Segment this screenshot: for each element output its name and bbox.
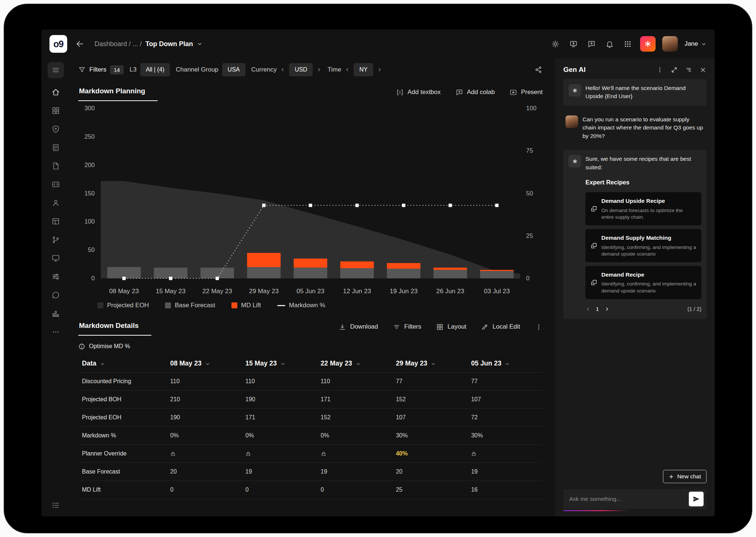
- user-menu[interactable]: Jane: [684, 40, 707, 48]
- cell-value[interactable]: [317, 445, 392, 463]
- genai-app-icon[interactable]: [640, 36, 656, 52]
- column-header[interactable]: 22 May 23: [317, 355, 392, 373]
- cell-value[interactable]: 30%: [467, 427, 543, 445]
- o9-logo[interactable]: o9: [49, 35, 67, 53]
- cell-value[interactable]: 20: [392, 463, 467, 481]
- document-icon[interactable]: [51, 143, 60, 152]
- column-header[interactable]: 15 May 23: [242, 355, 317, 373]
- cell-value[interactable]: 110: [317, 373, 392, 391]
- legend-item[interactable]: Projected EOH: [97, 302, 149, 309]
- add-colab-button[interactable]: Add colab: [456, 89, 495, 96]
- page-next-button[interactable]: [604, 306, 609, 312]
- user-avatar[interactable]: [662, 36, 678, 52]
- monitor-icon[interactable]: [51, 254, 60, 263]
- channel-group-value-button[interactable]: USA: [222, 63, 245, 76]
- column-header[interactable]: 05 Jun 23: [467, 355, 543, 373]
- cell-value[interactable]: 19: [467, 463, 543, 481]
- cell-value[interactable]: 0%: [166, 427, 242, 445]
- code-card-icon[interactable]: [51, 180, 60, 189]
- notifications-button[interactable]: [604, 38, 615, 50]
- present-button[interactable]: Present: [509, 89, 543, 96]
- column-header[interactable]: 08 May 23: [166, 355, 242, 373]
- sliders-icon[interactable]: [51, 272, 60, 281]
- back-button[interactable]: [74, 38, 86, 50]
- legend-item[interactable]: Markdown %: [277, 302, 325, 309]
- column-header[interactable]: Data: [78, 355, 166, 373]
- cell-value[interactable]: 19: [242, 463, 317, 481]
- cell-value[interactable]: 0: [317, 481, 392, 499]
- currency-next-button[interactable]: [316, 67, 322, 72]
- breadcrumb-prefix[interactable]: Dashboard / ... /: [94, 40, 142, 48]
- chevron-down-icon[interactable]: [197, 41, 203, 47]
- currency-prev-button[interactable]: [280, 67, 285, 72]
- cell-value[interactable]: 171: [242, 409, 317, 427]
- layout-columns-icon[interactable]: [51, 217, 60, 226]
- legend-item[interactable]: MD Lift: [231, 302, 261, 309]
- cell-value[interactable]: [166, 445, 242, 463]
- column-header[interactable]: 29 May 23: [392, 355, 467, 373]
- cell-value[interactable]: 19: [317, 463, 392, 481]
- bar-chart-icon[interactable]: [51, 309, 60, 318]
- legend-item[interactable]: Base Forecast: [165, 302, 215, 309]
- user-icon[interactable]: [51, 198, 60, 207]
- cell-value[interactable]: 152: [392, 391, 467, 409]
- more-options-button[interactable]: [535, 323, 543, 331]
- recipe-card-demand-supply-matching[interactable]: Demand Supply MatchingIdentifying, confi…: [585, 229, 701, 262]
- currency-value-button[interactable]: USD: [289, 63, 313, 76]
- cell-value[interactable]: 20: [166, 463, 242, 481]
- cell-value[interactable]: 16: [467, 481, 543, 499]
- share-button[interactable]: [535, 66, 543, 74]
- app-grid-button[interactable]: [622, 38, 633, 50]
- menu-button[interactable]: [48, 62, 64, 78]
- cell-value[interactable]: 77: [467, 373, 543, 391]
- time-prev-button[interactable]: [345, 67, 350, 72]
- cell-value[interactable]: 0: [242, 481, 317, 499]
- cell-value[interactable]: 25: [392, 481, 467, 499]
- present-screen-button[interactable]: [568, 38, 579, 50]
- cell-value[interactable]: 107: [392, 409, 467, 427]
- cell-value[interactable]: 190: [166, 409, 242, 427]
- cell-value[interactable]: 40%: [392, 445, 467, 463]
- git-branch-icon[interactable]: [51, 235, 60, 244]
- tab-markdown-details[interactable]: Markdown Details: [78, 318, 151, 336]
- send-button[interactable]: [689, 492, 704, 506]
- cell-value[interactable]: 0%: [317, 427, 392, 445]
- level-value-button[interactable]: All | (4): [140, 63, 170, 76]
- apps-icon[interactable]: [51, 106, 60, 115]
- cell-value[interactable]: [242, 445, 317, 463]
- cell-value[interactable]: 110: [242, 373, 317, 391]
- filters-button[interactable]: Filters 14: [78, 65, 124, 75]
- recipe-card-demand-upside[interactable]: Demand Upside RecipeOn demand forecasts …: [585, 192, 701, 225]
- cell-value[interactable]: 72: [467, 409, 543, 427]
- cell-value[interactable]: 210: [166, 391, 242, 409]
- task-list-icon[interactable]: [51, 501, 60, 510]
- settings-button[interactable]: [550, 38, 561, 50]
- genai-kebab-button[interactable]: [656, 66, 663, 73]
- home-icon[interactable]: [51, 88, 60, 97]
- file-icon[interactable]: [51, 162, 60, 170]
- add-textbox-button[interactable]: Add textbox: [396, 89, 441, 96]
- cell-value[interactable]: 0: [166, 481, 242, 499]
- shield-icon[interactable]: [51, 125, 60, 134]
- new-chat-button[interactable]: New chat: [663, 470, 707, 483]
- page-prev-button[interactable]: [585, 306, 591, 312]
- time-value-button[interactable]: NY: [354, 63, 373, 76]
- tab-markdown-planning[interactable]: Markdown Planning: [78, 83, 158, 101]
- cell-value[interactable]: 110: [166, 373, 242, 391]
- feedback-button[interactable]: [586, 38, 597, 50]
- cell-value[interactable]: 30%: [392, 427, 467, 445]
- genai-close-button[interactable]: [700, 66, 707, 73]
- genai-expand-button[interactable]: [671, 66, 678, 73]
- cell-value[interactable]: 77: [392, 373, 467, 391]
- cell-value[interactable]: 152: [317, 409, 392, 427]
- local-edit-button[interactable]: Local Edit: [481, 323, 520, 331]
- table-filters-button[interactable]: Filters: [393, 323, 421, 331]
- recipe-card-demand-recipe[interactable]: Demand RecipeIdentifying, confirming, an…: [585, 266, 701, 299]
- more-icon[interactable]: [51, 328, 60, 336]
- cell-value[interactable]: 190: [242, 391, 317, 409]
- genai-align-button[interactable]: [685, 66, 692, 73]
- cell-value[interactable]: 107: [467, 391, 543, 409]
- time-next-button[interactable]: [377, 67, 382, 72]
- breadcrumb-current[interactable]: Top Down Plan: [145, 40, 193, 48]
- chat-icon[interactable]: [51, 291, 60, 299]
